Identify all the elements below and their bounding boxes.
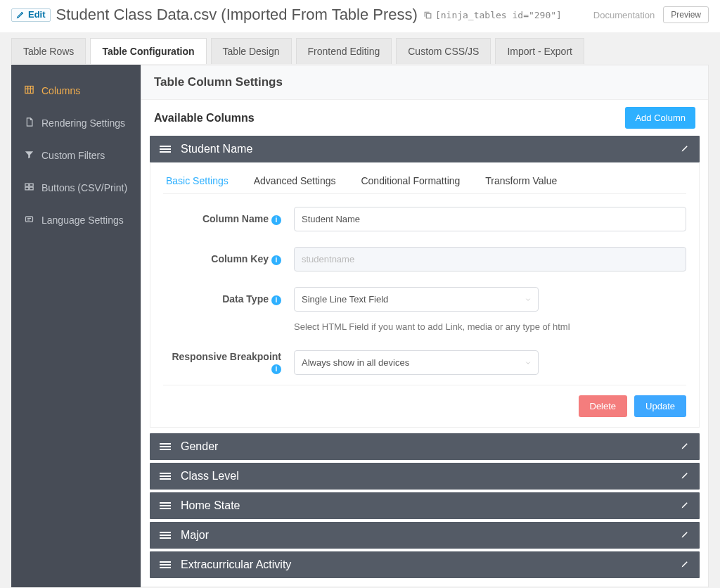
column-header-home-state[interactable]: Home State (150, 492, 700, 519)
subtab-conditional-formatting[interactable]: Conditional Formatting (361, 175, 460, 186)
svg-rect-6 (26, 217, 33, 222)
svg-rect-3 (30, 184, 33, 186)
buttons-icon (24, 181, 34, 194)
column-header-gender[interactable]: Gender (150, 433, 700, 460)
available-columns-title: Available Columns (154, 112, 255, 124)
tab-import-export[interactable]: Import - Export (495, 38, 584, 64)
column-name-input[interactable] (294, 207, 686, 231)
column-name-label: Major (181, 529, 209, 542)
sidebar-item-custom-filters[interactable]: Custom Filters (11, 139, 141, 172)
section-title: Table Column Settings (141, 65, 708, 100)
column-header-class-level[interactable]: Class Level (150, 463, 700, 490)
sidebar-item-columns[interactable]: Columns (11, 75, 141, 107)
info-icon[interactable]: i (271, 295, 281, 305)
info-icon[interactable]: i (271, 255, 281, 265)
info-icon[interactable]: i (271, 215, 281, 225)
column-name-label: Gender (181, 440, 218, 453)
sidebar-item-rendering-settings[interactable]: Rendering Settings (11, 107, 141, 139)
edit-column-icon[interactable] (681, 441, 690, 452)
sidebar-item-language-settings[interactable]: Language Settings (11, 204, 141, 236)
subtab-basic-settings[interactable]: Basic Settings (166, 175, 229, 186)
drag-handle-icon[interactable] (160, 502, 171, 509)
lang-icon (24, 214, 34, 226)
svg-rect-1 (25, 87, 33, 94)
drag-handle-icon[interactable] (160, 473, 171, 480)
drag-handle-icon[interactable] (160, 561, 171, 568)
column-header-extracurricular-activity[interactable]: Extracurricular Activity (150, 551, 700, 578)
subtab-transform-value[interactable]: Transform Value (485, 175, 557, 186)
doc-icon (24, 117, 34, 129)
sidebar-item-buttons-csv-print-[interactable]: Buttons (CSV/Print) (11, 172, 141, 204)
pencil-icon (16, 10, 25, 19)
sidebar-item-label: Custom Filters (41, 150, 105, 161)
edit-label: Edit (28, 9, 46, 20)
page-title: Student Class Data.csv (Imported From Ta… (56, 6, 418, 24)
svg-rect-0 (426, 13, 431, 18)
delete-button[interactable]: Delete (579, 395, 628, 417)
copy-icon (423, 11, 432, 20)
edit-column-icon[interactable] (681, 500, 690, 511)
drag-handle-icon[interactable] (160, 532, 171, 539)
breakpoint-select[interactable] (294, 350, 539, 375)
drag-handle-icon[interactable] (160, 443, 171, 450)
column-name-label: Extracurricular Activity (181, 558, 291, 571)
data-type-hint: Select HTML Field if you want to add Lin… (294, 321, 686, 332)
filter-icon (24, 149, 34, 162)
column-header-major[interactable]: Major (150, 522, 700, 549)
column-name-label: Home State (181, 499, 240, 512)
column-key-field-label: Column Key (211, 253, 269, 264)
tab-frontend-editing[interactable]: Frontend Editing (296, 38, 392, 64)
documentation-link[interactable]: Documentation (593, 10, 655, 20)
shortcode-box[interactable]: [ninja_tables id="290"] (423, 10, 562, 20)
breakpoint-field-label: Responsive Breakpoint (172, 351, 281, 362)
preview-button[interactable]: Preview (663, 6, 709, 23)
breakpoint-value (294, 350, 539, 375)
drag-handle-icon[interactable] (160, 146, 171, 153)
chevron-down-icon (525, 357, 532, 369)
subtab-advanced-settings[interactable]: Advanced Settings (254, 175, 336, 186)
sidebar-item-label: Rendering Settings (41, 117, 125, 129)
data-type-select[interactable] (294, 287, 539, 312)
tab-table-rows[interactable]: Table Rows (11, 38, 86, 64)
column-key-input[interactable] (294, 247, 686, 271)
column-header-studentname[interactable]: Student Name (150, 136, 700, 162)
data-type-field-label: Data Type (222, 293, 269, 305)
edit-button[interactable]: Edit (11, 8, 51, 22)
column-name-label: Class Level (181, 470, 239, 482)
table-icon (24, 84, 34, 97)
column-name-field-label: Column Name (202, 213, 269, 224)
shortcode-text: [ninja_tables id="290"] (435, 10, 562, 20)
tab-table-design[interactable]: Table Design (211, 38, 292, 64)
sidebar-item-label: Language Settings (41, 215, 124, 226)
add-column-button[interactable]: Add Column (625, 107, 695, 129)
column-name-label: Student Name (181, 143, 252, 155)
info-icon[interactable]: i (271, 364, 281, 374)
edit-column-icon[interactable] (681, 559, 690, 570)
edit-column-icon[interactable] (681, 530, 690, 541)
edit-column-icon[interactable] (681, 143, 690, 155)
update-button[interactable]: Update (634, 395, 686, 417)
chevron-down-icon (525, 294, 532, 305)
sidebar-item-label: Buttons (CSV/Print) (41, 182, 127, 193)
tab-custom-css-js[interactable]: Custom CSS/JS (396, 38, 491, 64)
data-type-value (294, 287, 539, 312)
tab-table-configuration[interactable]: Table Configuration (90, 38, 206, 64)
edit-column-icon[interactable] (681, 471, 690, 482)
svg-rect-2 (25, 184, 29, 186)
svg-rect-4 (25, 187, 29, 190)
sidebar-item-label: Columns (41, 85, 80, 96)
svg-rect-5 (30, 187, 33, 190)
